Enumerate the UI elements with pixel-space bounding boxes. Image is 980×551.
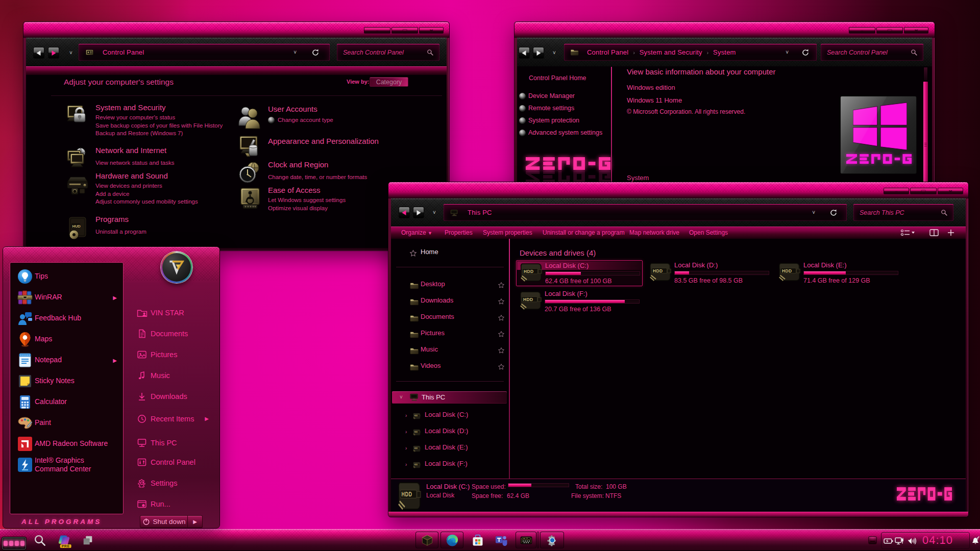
- category-link[interactable]: Save backup copies of your files with Fi…: [95, 122, 223, 130]
- pin-star-icon[interactable]: [498, 314, 505, 321]
- minimize-button[interactable]: –: [884, 188, 909, 194]
- address-bar[interactable]: Control Panel ˅: [79, 44, 330, 61]
- drive-tile-f[interactable]: Local Disk (F:) 20.7 GB free of 136 GB: [516, 289, 643, 315]
- sidebar-item-disk-e[interactable]: Local Disk (E:): [425, 443, 468, 451]
- sidebar-item-disk-c[interactable]: Local Disk (C:): [425, 411, 468, 418]
- view-by-dropdown[interactable]: Category: [370, 77, 408, 87]
- start-right-documents[interactable]: Documents: [128, 326, 218, 341]
- user-avatar[interactable]: [161, 252, 192, 283]
- category-title[interactable]: Programs: [95, 214, 146, 224]
- view-mode-icon[interactable]: [900, 229, 916, 236]
- battery-icon[interactable]: [884, 538, 893, 544]
- command-map-drive[interactable]: Map network drive: [629, 229, 679, 236]
- drive-tile-c[interactable]: Local Disk (C:) 62.4 GB free of 100 GB: [516, 260, 643, 286]
- titlebar[interactable]: – ▢ x: [514, 22, 935, 38]
- sidebar-item-downloads[interactable]: Downloads: [421, 296, 453, 304]
- category-link[interactable]: Let Windows suggest settings: [268, 196, 346, 205]
- taskbar-clock[interactable]: 04:10: [922, 534, 953, 547]
- sidebar-link-device-manager[interactable]: Device Manager: [528, 92, 575, 99]
- search-box[interactable]: Search This PC: [853, 204, 953, 221]
- category-link[interactable]: Optimize visual display: [268, 205, 346, 213]
- hardware-sound-icon[interactable]: [65, 172, 90, 196]
- sidebar-item-disk-f[interactable]: Local Disk (F:): [425, 460, 468, 467]
- drive-tile-d[interactable]: Local Disk (D:) 83.5 GB free of 98.5 GB: [646, 260, 772, 286]
- back-button[interactable]: [399, 207, 410, 218]
- category-link[interactable]: Backup and Restore (Windows 7): [95, 130, 223, 138]
- sidebar-item-thispc[interactable]: ˅ This PC: [392, 391, 507, 404]
- titlebar[interactable]: – ▢ x: [388, 182, 968, 198]
- close-button[interactable]: x: [419, 27, 444, 34]
- breadcrumb-item[interactable]: System and Security: [640, 48, 702, 56]
- pin-star-icon[interactable]: [498, 347, 505, 354]
- start-app-winrar[interactable]: WinRAR ▶: [14, 287, 121, 308]
- start-app-calculator[interactable]: Calculator: [14, 391, 121, 412]
- category-link[interactable]: Add a device: [95, 190, 198, 198]
- sidebar-link-remote-settings[interactable]: Remote settings: [528, 105, 574, 112]
- category-title[interactable]: User Accounts: [268, 104, 333, 114]
- maximize-button[interactable]: ▢: [910, 188, 937, 194]
- sidebar-item-documents[interactable]: Documents: [421, 313, 454, 320]
- category-link[interactable]: Adjust commonly used mobility settings: [95, 198, 198, 206]
- sidebar-item-music[interactable]: Music: [421, 345, 438, 353]
- shutdown-button[interactable]: Shut down: [140, 515, 188, 528]
- command-open-settings[interactable]: Open Settings: [689, 229, 728, 236]
- sidebar-item-disk-d[interactable]: Local Disk (D:): [425, 427, 468, 435]
- start-app-tips[interactable]: Tips: [14, 266, 121, 287]
- category-link[interactable]: Review your computer's status: [95, 114, 223, 122]
- sidebar-item-videos[interactable]: Videos: [421, 362, 441, 369]
- back-button[interactable]: [33, 47, 44, 59]
- appearance-icon[interactable]: [238, 134, 262, 159]
- category-title[interactable]: Hardware and Sound: [95, 171, 198, 181]
- start-app-sticky-notes[interactable]: Sticky Notes: [14, 370, 121, 391]
- start-app-paint[interactable]: Paint: [14, 412, 121, 433]
- sidebar-item-home[interactable]: Home: [421, 248, 438, 256]
- start-button[interactable]: [2, 537, 26, 549]
- address-bar[interactable]: This PC ˅: [444, 204, 847, 221]
- category-title[interactable]: Appearance and Personalization: [268, 136, 379, 146]
- maximize-button[interactable]: ▢: [391, 27, 418, 34]
- category-title[interactable]: Clock and Region: [268, 160, 367, 170]
- start-right-vin-star[interactable]: VIN STAR: [128, 305, 218, 320]
- forward-button[interactable]: [533, 47, 544, 59]
- taskbar-teams-button[interactable]: [494, 532, 509, 548]
- pin-star-icon[interactable]: [498, 331, 505, 338]
- command-properties[interactable]: Properties: [445, 229, 473, 236]
- sidebar-item-desktop[interactable]: Desktop: [421, 280, 445, 288]
- taskbar-store-button[interactable]: [470, 532, 485, 548]
- tray-hidden-icons-button[interactable]: [868, 536, 877, 544]
- system-security-icon[interactable]: [65, 104, 90, 128]
- command-uninstall[interactable]: Uninstall or change a program: [543, 229, 625, 236]
- category-title[interactable]: System and Security: [95, 103, 223, 113]
- pin-star-icon[interactable]: [498, 298, 505, 305]
- start-right-this-pc[interactable]: This PC: [128, 435, 218, 450]
- titlebar[interactable]: – ▢ x: [23, 22, 449, 38]
- network-internet-icon[interactable]: [65, 146, 90, 171]
- category-link[interactable]: Uninstall a program: [95, 228, 146, 236]
- category-link[interactable]: View network status and tasks: [95, 159, 174, 167]
- taskbar-taskview-button[interactable]: [81, 532, 95, 548]
- sidebar-link-system-protection[interactable]: System protection: [528, 117, 579, 124]
- breadcrumb-item[interactable]: System: [713, 48, 736, 56]
- expand-ribbon-icon[interactable]: [947, 229, 954, 236]
- sidebar-item-pictures[interactable]: Pictures: [421, 329, 445, 337]
- address-bar[interactable]: Control Panel › System and Security › Sy…: [564, 44, 817, 61]
- back-button[interactable]: [519, 47, 530, 59]
- category-title[interactable]: Network and Internet: [95, 145, 174, 156]
- start-right-run[interactable]: Run...: [128, 496, 218, 512]
- search-box[interactable]: Search Control Panel: [337, 44, 439, 61]
- taskbar-explorer-button[interactable]: [415, 532, 438, 548]
- close-button[interactable]: x: [938, 188, 963, 194]
- forward-button[interactable]: [413, 207, 424, 218]
- category-link[interactable]: View devices and printers: [95, 182, 198, 190]
- taskbar-device-app-button[interactable]: [516, 532, 536, 548]
- start-right-music[interactable]: Music: [128, 368, 218, 383]
- minimize-button[interactable]: –: [364, 27, 390, 34]
- breadcrumb-item[interactable]: Control Panel: [587, 48, 628, 56]
- close-button[interactable]: x: [904, 27, 928, 34]
- pin-star-icon[interactable]: [498, 363, 505, 370]
- category-link[interactable]: Change date, time, or number formats: [268, 173, 367, 182]
- forward-button[interactable]: [48, 47, 59, 59]
- group-header[interactable]: Devices and drives (4): [520, 248, 596, 257]
- taskbar-copilot-button[interactable]: PRE: [57, 532, 71, 548]
- refresh-icon[interactable]: [801, 48, 810, 57]
